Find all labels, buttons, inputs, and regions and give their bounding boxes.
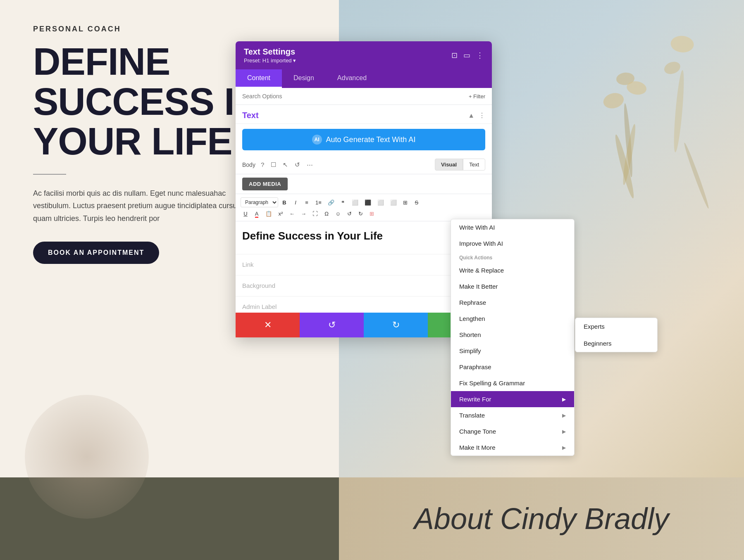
text-section-title: Text	[242, 111, 259, 120]
panel-preset: Preset: H1 imported ▾	[244, 57, 296, 64]
submenu-item-beginners[interactable]: Beginners	[575, 335, 657, 352]
ai-generate-button[interactable]: AI Auto Generate Text With AI	[242, 129, 485, 150]
add-media-button[interactable]: ADD MEDIA	[242, 178, 288, 190]
tab-advanced[interactable]: Advanced	[326, 69, 378, 88]
panel-title: Text Settings	[244, 47, 296, 57]
emoji-btn[interactable]: ☺	[333, 209, 343, 218]
rewrite-for-chevron: ▶	[562, 396, 566, 402]
context-menu-item-rewrite-for[interactable]: Rewrite For ▶	[451, 391, 574, 407]
text-view-btn[interactable]: Text	[463, 159, 485, 171]
toolbar-right: Visual Text	[435, 159, 485, 171]
bottom-strip-right: About Cindy Bradly	[339, 477, 744, 560]
svg-point-9	[670, 35, 694, 54]
context-menu-item-lengthen[interactable]: Lengthen	[451, 311, 574, 327]
context-menu-item-translate[interactable]: Translate ▶	[451, 407, 574, 423]
undo-icon-btn[interactable]: ↺	[293, 160, 301, 170]
filter-button[interactable]: + Filter	[469, 93, 485, 100]
link-label: Link	[242, 261, 254, 268]
preset-dropdown-arrow[interactable]: ▾	[293, 57, 296, 64]
special-char-btn[interactable]: Ω	[322, 209, 331, 218]
undo-rtb-btn[interactable]: ↺	[344, 209, 354, 218]
admin-label: Admin Label	[242, 303, 277, 310]
panel-tabs: Content Design Advanced	[236, 69, 492, 88]
svg-point-3	[682, 142, 711, 209]
tab-content[interactable]: Content	[236, 69, 282, 88]
submenu-item-experts[interactable]: Experts	[575, 318, 657, 335]
book-appointment-button[interactable]: BOOK AN APPOINTMENT	[33, 242, 159, 264]
text-section-header: Text ▲ ⋮	[236, 105, 492, 124]
redo-action-btn[interactable]: ↻	[364, 313, 428, 337]
context-menu-item-make-better[interactable]: Make It Better	[451, 278, 574, 294]
paste-btn[interactable]: 📋	[263, 209, 274, 218]
panel-header: Text Settings Preset: H1 imported ▾ ⊡ ▭ …	[236, 41, 492, 69]
align-left-btn[interactable]: ⬜	[349, 198, 361, 207]
context-menu-item-write-with-ai[interactable]: Write With AI	[451, 219, 574, 235]
phone-icon-btn[interactable]: ☐	[269, 160, 277, 170]
rich-toolbar-row-2: U A 📋 x² ← → ⛶ Ω ☺ ↺ ↻ ⊞	[241, 209, 487, 218]
context-menu-item-rephrase[interactable]: Rephrase	[451, 294, 574, 311]
ai-icon: AI	[312, 135, 322, 145]
search-bar: + Filter	[236, 88, 492, 105]
search-input[interactable]	[242, 93, 469, 100]
context-menu: Write With AI Improve With AI Quick Acti…	[451, 219, 575, 456]
superscript-btn[interactable]: x²	[276, 209, 286, 218]
rich-text-toolbar: Paragraph Heading 1 Heading 2 B I ≡ 1≡ 🔗…	[236, 194, 492, 221]
toolbar-left: Body ? ☐ ↖ ↺ ⋯	[242, 160, 314, 170]
collapse-icon[interactable]: ▲	[468, 112, 475, 119]
blockquote-btn[interactable]: ❝	[338, 198, 348, 207]
context-menu-item-improve-with-ai[interactable]: Improve With AI	[451, 235, 574, 252]
strikethrough-btn[interactable]: S	[412, 198, 422, 207]
text-section-icons: ▲ ⋮	[468, 112, 485, 119]
undo-action-btn[interactable]: ↺	[300, 313, 364, 337]
paragraph-style-select[interactable]: Paragraph Heading 1 Heading 2	[241, 197, 278, 207]
section-more-icon[interactable]: ⋮	[479, 112, 485, 119]
make-more-chevron: ▶	[562, 445, 566, 451]
add-media-row: ADD MEDIA	[236, 174, 492, 194]
context-menu-item-paraphrase[interactable]: Paraphrase	[451, 359, 574, 375]
editor-toolbar-top: Body ? ☐ ↖ ↺ ⋯ Visual Text	[236, 155, 492, 174]
context-menu-item-write-replace[interactable]: Write & Replace	[451, 262, 574, 278]
text-color-btn[interactable]: A	[252, 209, 262, 218]
underline-btn[interactable]: U	[241, 209, 250, 218]
body-text: Ac facilisi morbi quis ac dis nullam. Eg…	[33, 187, 248, 225]
svg-point-8	[663, 59, 682, 76]
indent-btn[interactable]: →	[298, 209, 309, 218]
close-action-btn[interactable]: ✕	[236, 313, 300, 337]
custom-btn[interactable]: ⊞	[367, 209, 377, 218]
ol-btn[interactable]: 1≡	[313, 198, 324, 207]
ul-btn[interactable]: ≡	[302, 198, 312, 207]
translate-chevron: ▶	[562, 413, 566, 418]
cursor-icon-btn[interactable]: ↖	[281, 160, 289, 170]
link-btn[interactable]: 🔗	[325, 198, 337, 207]
align-right-btn[interactable]: ⬜	[375, 198, 386, 207]
redo-rtb-btn[interactable]: ↻	[355, 209, 365, 218]
body-label: Body	[242, 161, 255, 168]
table-btn[interactable]: ⊞	[401, 198, 410, 207]
more-options-icon[interactable]: ⋮	[476, 51, 484, 60]
context-menu-item-shorten[interactable]: Shorten	[451, 327, 574, 343]
portrait-overlay	[25, 395, 149, 519]
align-center-btn[interactable]: ⬛	[362, 198, 374, 207]
help-icon-btn[interactable]: ?	[260, 160, 265, 169]
responsive-icon[interactable]: ⊡	[451, 51, 458, 60]
editor-heading[interactable]: Define Success in Your Life	[242, 230, 485, 242]
layout-icon[interactable]: ▭	[463, 51, 470, 60]
align-justify-btn[interactable]: ⬜	[388, 198, 399, 207]
context-menu-item-simplify[interactable]: Simplify	[451, 343, 574, 359]
bold-btn[interactable]: B	[279, 198, 289, 207]
visual-view-btn[interactable]: Visual	[435, 159, 463, 171]
outdent-btn[interactable]: ←	[287, 209, 297, 218]
panel-title-group: Text Settings Preset: H1 imported ▾	[244, 47, 296, 64]
background-label: Background	[242, 282, 275, 289]
context-menu-item-make-more[interactable]: Make It More ▶	[451, 439, 574, 456]
coach-label: PERSONAL COACH	[33, 25, 306, 33]
tab-design[interactable]: Design	[282, 69, 326, 88]
context-menu-item-change-tone[interactable]: Change Tone ▶	[451, 423, 574, 439]
context-menu-item-fix-spelling[interactable]: Fix Spelling & Grammar	[451, 375, 574, 391]
panel-header-icons: ⊡ ▭ ⋮	[451, 51, 484, 60]
italic-btn[interactable]: I	[291, 198, 300, 207]
svg-point-4	[672, 70, 686, 153]
more-icon-btn[interactable]: ⋯	[305, 160, 314, 170]
fullscreen-btn[interactable]: ⛶	[310, 209, 320, 218]
divider	[33, 174, 66, 175]
